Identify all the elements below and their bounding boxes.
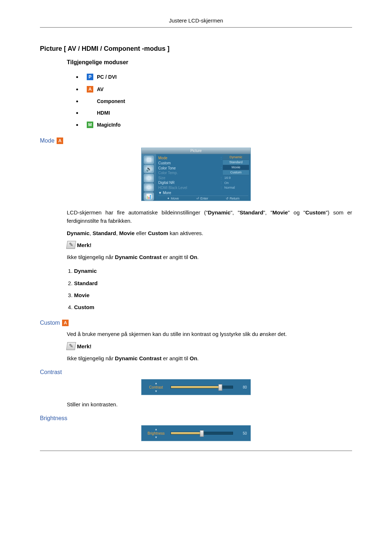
slider-label-brightness: Brightness: [145, 431, 167, 435]
m-icon: M: [87, 122, 93, 128]
slider-label-contrast: Contrast: [145, 385, 167, 389]
osd-val-hdmi-black: Normal: [224, 186, 248, 189]
slider-fill: [171, 432, 202, 434]
note-dc-text: Ikke tilgjengelig når Dynamic Contrast e…: [67, 253, 352, 261]
osd-val-digital-nr: On: [224, 181, 248, 185]
bullet-icon: [76, 76, 78, 78]
slider-value-contrast: 80: [237, 385, 247, 389]
heading-brightness: Brightness: [40, 415, 352, 422]
osd-more: ▼ More: [158, 190, 248, 196]
slider-value-brightness: 50: [237, 431, 247, 435]
mode-options-list: Dynamic Standard Movie Custom: [74, 265, 352, 313]
bullet-icon: [76, 89, 78, 90]
osd-menu-screenshot: Picture 🖼 🔊 ⏱ ⚙ 📊 Mode : Dynamic: [141, 148, 251, 201]
mode-label: MagicInfo: [97, 122, 121, 128]
custom-desc-text: Ved å bruke menyene på skjermen kan du s…: [67, 330, 352, 338]
mode-item-av: A AV: [76, 83, 352, 95]
heading-mode-label: Mode: [40, 138, 54, 144]
osd-dd-standard: Standard: [223, 160, 249, 165]
osd-dd-custom: Custom: [223, 170, 249, 175]
list-item: Movie: [74, 289, 352, 301]
brightness-slider-panel: Brightness 50: [141, 425, 251, 441]
osd-footer: ✦ Move ⏎ Enter ↺ Return: [158, 196, 248, 201]
note-dc-text-2: Ikke tilgjengelig når Dynamic Contrast e…: [67, 354, 352, 362]
heading-custom-label: Custom: [40, 320, 60, 326]
osd-row-hdmi-black: HDMI Black Level: [158, 186, 221, 190]
osd-dd-dynamic: Dynamic: [223, 155, 249, 160]
note-merk: Merk!: [67, 342, 352, 350]
footer-rule: [40, 451, 352, 451]
osd-dd-movie: Movie: [223, 165, 249, 170]
a-icon: A: [87, 86, 93, 93]
contrast-desc-text: Stiller inn kontrasten.: [67, 400, 352, 409]
mode-item-magicinfo: M MagicInfo: [76, 119, 352, 131]
list-item: Dynamic: [74, 265, 352, 277]
document-page: Justere LCD-skjermen Picture [ AV / HDMI…: [0, 0, 392, 554]
mode-label: AV: [97, 86, 103, 92]
p-icon: P: [87, 74, 93, 80]
contrast-slider-panel: Contrast 80: [141, 379, 251, 395]
note-label: Merk!: [77, 342, 91, 350]
bullet-icon: [76, 100, 78, 102]
available-modes-list: P PC / DVI A AV Component HDMI M MagicIn…: [76, 71, 352, 131]
osd-row-mode: Mode: [158, 156, 221, 160]
osd-row-color-tone: Color Tone: [158, 166, 221, 170]
slider-track[interactable]: [171, 432, 233, 435]
mode-item-pc-dvi: P PC / DVI: [76, 71, 352, 83]
bullet-icon: [76, 124, 78, 126]
list-item: Standard: [74, 277, 352, 289]
section-title-picture: Picture [ AV / HDMI / Component -modus ]: [40, 45, 352, 53]
mode-item-hdmi: HDMI: [76, 107, 352, 119]
osd-row-size: Size: [158, 176, 221, 180]
osd-side-icon: ⚙: [144, 183, 154, 192]
bullet-icon: [76, 112, 78, 114]
slider-track[interactable]: [171, 386, 233, 389]
osd-side-icon: 🔊: [144, 165, 154, 173]
a-icon: A: [62, 320, 69, 326]
osd-title: Picture: [142, 148, 250, 154]
slider-thumb[interactable]: [200, 430, 204, 437]
mode-label: Component: [97, 98, 125, 104]
note-label: Merk!: [77, 241, 91, 249]
note-merk: Merk!: [67, 241, 352, 249]
heading-contrast: Contrast: [40, 369, 352, 376]
slider-thumb[interactable]: [219, 384, 222, 391]
contrast-description: Stiller inn kontrasten.: [67, 400, 352, 409]
osd-side-icon: ⏱: [144, 174, 154, 182]
list-item: Custom: [74, 301, 352, 313]
mode-desc-p1: LCD-skjermen har fire automatiske bildei…: [67, 208, 352, 225]
mode-description: LCD-skjermen har fire automatiske bildei…: [67, 208, 352, 313]
osd-side-icon: 🖼: [144, 156, 154, 164]
osd-main: Mode : Dynamic Standard Movie Custom Cus…: [156, 154, 250, 201]
note-icon: [66, 241, 76, 249]
osd-sidebar: 🖼 🔊 ⏱ ⚙ 📊: [142, 154, 156, 201]
mode-item-component: Component: [76, 95, 352, 107]
heading-brightness-label: Brightness: [40, 415, 68, 422]
osd-row-digital-nr: Digital NR: [158, 181, 221, 185]
heading-custom: Custom A: [40, 320, 352, 326]
header-rule: [40, 27, 352, 28]
a-icon: A: [57, 138, 63, 144]
mode-label: PC / DVI: [97, 74, 117, 80]
mode-desc-p2: Dynamic, Standard, Movie eller Custom ka…: [67, 229, 352, 237]
mode-label: HDMI: [97, 110, 110, 116]
note-icon: [66, 342, 76, 350]
section-subtitle-available-modes: Tilgjengelige moduser: [67, 59, 352, 66]
osd-dropdown: Dynamic Standard Movie Custom: [223, 155, 249, 175]
page-header: Justere LCD-skjermen: [40, 17, 352, 26]
custom-description: Ved å bruke menyene på skjermen kan du s…: [67, 330, 352, 362]
heading-contrast-label: Contrast: [40, 369, 62, 376]
osd-side-icon: 📊: [144, 192, 154, 201]
slider-fill: [171, 386, 220, 388]
osd-val-size: 16:9: [224, 176, 248, 180]
heading-mode: Mode A: [40, 138, 352, 144]
